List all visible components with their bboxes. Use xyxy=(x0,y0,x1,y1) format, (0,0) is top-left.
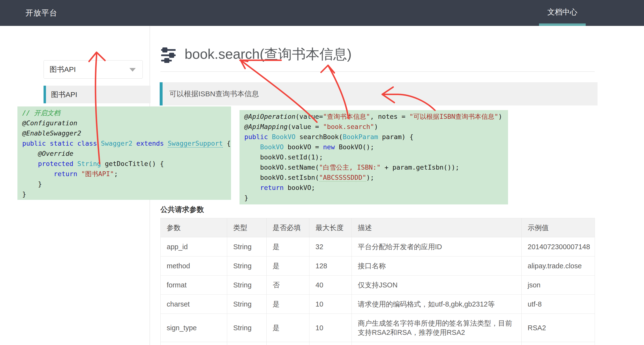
table-row: app_idString是32平台分配给开发者的应用ID201407230000… xyxy=(161,237,595,256)
table-cell: String xyxy=(227,314,266,342)
active-item-indicator xyxy=(44,86,46,103)
table-header-cell: 参数 xyxy=(161,218,227,237)
table-cell xyxy=(161,342,227,345)
sliders-icon xyxy=(161,48,176,63)
table-header-cell: 是否必填 xyxy=(266,218,310,237)
table-cell: 商户生成签名字符串所使用的签名算法类型，目前支持RSA2和RSA，推荐使用RSA… xyxy=(352,314,522,342)
api-description-text: 可以根据ISBN查询书本信息 xyxy=(169,82,259,106)
code-line: // 开启文档 xyxy=(22,108,226,118)
table-header-row: 参数类型是否必填最大长度描述示例值 xyxy=(161,218,595,237)
code-line: BookVO bookVO = new BookVO(); xyxy=(244,142,503,152)
table-cell: charset xyxy=(161,295,227,314)
table-header-cell: 类型 xyxy=(227,218,266,237)
table-cell: sign_type xyxy=(161,314,227,342)
code-line: } xyxy=(244,193,503,203)
code-line: @Configuration xyxy=(22,118,226,128)
table-row: charsetString是10请求使用的编码格式，如utf-8,gbk,gb2… xyxy=(161,295,595,314)
table-cell: app_id xyxy=(161,237,227,256)
page-title: book.search(查询书本信息) xyxy=(184,45,352,64)
table-header-cell: 描述 xyxy=(352,218,522,237)
table-cell: 仅支持JSON xyxy=(352,276,522,295)
api-select-dropdown[interactable]: 图书API xyxy=(44,60,143,79)
table-header-cell: 最大长度 xyxy=(310,218,352,237)
code-line: public static class Swagger2 extends Swa… xyxy=(22,138,226,148)
code-block-api-operation: @ApiOperation(value="查询书本信息", notes = "可… xyxy=(240,110,508,204)
table-cell: String xyxy=(227,276,266,295)
code-line: } xyxy=(22,179,226,189)
table-cell: 是 xyxy=(266,314,310,342)
table-cell: 是 xyxy=(266,295,310,314)
code-line: } xyxy=(22,189,226,199)
table-row-partial xyxy=(161,342,595,345)
code-line: protected String getDocTitle() { xyxy=(22,159,226,169)
table-cell: format xyxy=(161,276,227,295)
table-cell: 是 xyxy=(266,237,310,256)
section-heading-common-request-params: 公共请求参数 xyxy=(160,205,204,214)
table-cell: RSA2 xyxy=(522,314,595,342)
table-cell: 否 xyxy=(266,276,310,295)
table-cell xyxy=(266,342,310,345)
tab-docs-center[interactable]: 文档中心 xyxy=(539,0,586,26)
table-cell: 32 xyxy=(310,237,352,256)
sidebar-item-label: 图书API xyxy=(51,86,77,103)
table-cell xyxy=(227,342,266,345)
table-cell xyxy=(522,342,595,345)
table-header-cell: 示例值 xyxy=(522,218,595,237)
table-cell: 接口名称 xyxy=(352,256,522,276)
table-cell: 10 xyxy=(310,314,352,342)
code-line: @EnableSwagger2 xyxy=(22,128,226,138)
code-block-swagger-config: // 开启文档@Configuration@EnableSwagger2publ… xyxy=(18,106,231,200)
table-cell: 2014072300007148 xyxy=(522,237,595,256)
code-line: return bookVO; xyxy=(244,183,503,193)
table-cell: String xyxy=(227,237,266,256)
table-cell: alipay.trade.close xyxy=(522,256,595,276)
table-cell: utf-8 xyxy=(522,295,595,314)
table-cell: 40 xyxy=(310,276,352,295)
table-row: methodString是128接口名称alipay.trade.close xyxy=(161,256,595,276)
chevron-down-icon xyxy=(130,68,136,72)
code-line: bookVO.setIsbn("ABCSSSSDDD"); xyxy=(244,172,503,183)
active-tab-indicator xyxy=(539,24,586,26)
code-line: @Override xyxy=(22,148,226,159)
table-cell: 是 xyxy=(266,256,310,276)
top-navbar: 开放平台 文档中心 xyxy=(0,0,644,26)
table-cell xyxy=(310,342,352,345)
table-cell xyxy=(352,342,522,345)
code-line: @ApiOperation(value="查询书本信息", notes = "可… xyxy=(244,112,503,122)
code-line: @ApiMapping(value = "book.search") xyxy=(244,122,503,132)
table-cell: String xyxy=(227,295,266,314)
table-cell: String xyxy=(227,256,266,276)
table-cell: 10 xyxy=(310,295,352,314)
table-cell: 平台分配给开发者的应用ID xyxy=(352,237,522,256)
api-select-value: 图书API xyxy=(50,60,76,78)
params-table: 参数类型是否必填最大长度描述示例值 app_idString是32平台分配给开发… xyxy=(160,218,595,345)
title-divider xyxy=(160,71,595,72)
api-description-callout: 可以根据ISBN查询书本信息 xyxy=(160,82,598,106)
table-cell: method xyxy=(161,256,227,276)
table-cell: 128 xyxy=(310,256,352,276)
code-line: public BookVO searchBook(BookParam param… xyxy=(244,132,503,142)
code-line: bookVO.setName("白雪公主, ISBN:" + param.get… xyxy=(244,162,503,172)
table-cell: 请求使用的编码格式，如utf-8,gbk,gb2312等 xyxy=(352,295,522,314)
code-line: return "图书API"; xyxy=(22,169,226,179)
sidebar-item-book-api[interactable]: 图书API xyxy=(44,86,150,103)
brand-title[interactable]: 开放平台 xyxy=(26,0,57,26)
table-row: formatString否40仅支持JSONjson xyxy=(161,276,595,295)
table-cell: json xyxy=(522,276,595,295)
tab-docs-center-label: 文档中心 xyxy=(539,0,586,24)
code-line: bookVO.setId(1); xyxy=(244,152,503,162)
table-row: sign_typeString是10商户生成签名字符串所使用的签名算法类型，目前… xyxy=(161,314,595,342)
